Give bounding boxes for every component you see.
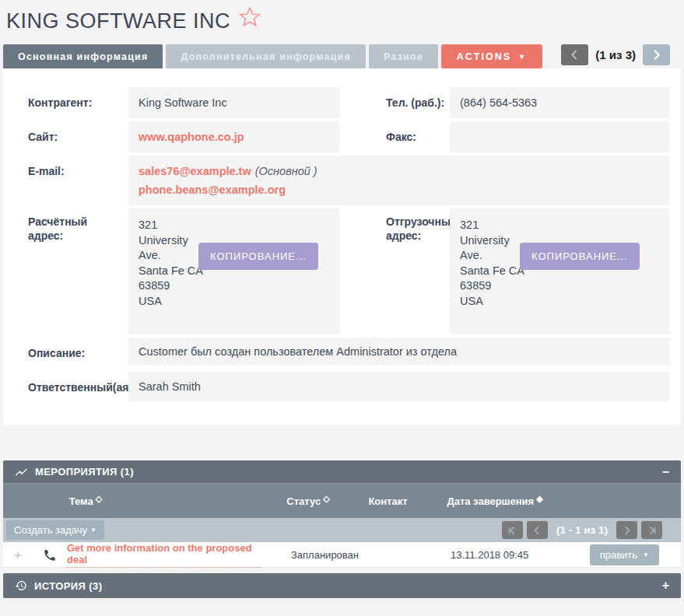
email-value: sales76@example.tw(Основной ) phone.bean… (128, 156, 670, 205)
column-due-date[interactable]: Дата завершения◆ (421, 495, 569, 507)
row-add-icon[interactable]: + (3, 548, 33, 562)
first-page-icon (507, 526, 517, 535)
column-status[interactable]: Статус◇ (261, 495, 355, 507)
sort-active-icon: ◆ (536, 494, 542, 503)
sort-icon: ◇ (96, 494, 102, 503)
detail-panel: Контрагент: King Software Inc Тел. (раб.… (3, 68, 681, 425)
title-row: King Software Inc (3, 0, 681, 44)
last-page-icon (647, 526, 657, 535)
previous-page-button[interactable] (527, 521, 548, 539)
actions-button[interactable]: ACTIONS ▼ (441, 44, 542, 68)
first-page-button[interactable] (502, 521, 523, 539)
history-icon (15, 579, 27, 592)
history-panel: ИСТОРИЯ (3) + (3, 573, 681, 598)
next-page-button[interactable] (616, 521, 637, 539)
expand-history-button[interactable]: + (662, 579, 669, 592)
record-pager-text: (1 из 3) (595, 48, 636, 61)
email-primary-note: (Основной ) (255, 165, 317, 177)
fax-label: Факс: (372, 121, 450, 156)
billing-copy-button[interactable]: КОПИРОВАНИЕ... (198, 243, 318, 270)
sort-icon: ◇ (323, 494, 329, 503)
shipping-address-label: Отгрузочный адрес: (372, 208, 450, 338)
record-pager: (1 из 3) (561, 44, 670, 68)
previous-record-button[interactable] (561, 44, 588, 65)
chevron-right-icon (623, 526, 632, 535)
next-record-button[interactable] (643, 44, 670, 65)
tab-basic-info[interactable]: Основная информация (3, 44, 163, 68)
owner-label: Ответственный(ая): (14, 372, 128, 404)
tab-misc[interactable]: Разное (369, 44, 438, 68)
chevron-right-icon (652, 50, 661, 60)
account-detail-page: King Software Inc Основная информация До… (0, 0, 684, 598)
call-icon (33, 548, 67, 562)
website-label: Сайт: (14, 121, 128, 156)
phone-label: Тел. (раб.): (372, 87, 450, 121)
shipping-address-text: 321 University Ave. Santa Fe CA 63859 US… (460, 218, 524, 309)
column-subject[interactable]: Тема◇ (3, 495, 261, 507)
activity-chart-icon (15, 467, 28, 478)
edit-activity-button[interactable]: править ▼ (590, 544, 659, 565)
activities-pager-text: (1 - 1 из 1) (556, 524, 608, 536)
shipping-address-value: 321 University Ave. Santa Fe CA 63859 US… (450, 208, 670, 334)
page-title: King Software Inc (6, 9, 230, 33)
billing-address-label: Расчётный адрес: (14, 208, 128, 338)
activity-row: + Get more information on the proposed d… (3, 542, 681, 568)
tab-additional-info[interactable]: Дополнительная информация (166, 44, 366, 68)
account-name-value: King Software Inc (128, 87, 340, 118)
description-value: Customer был создан пользователем Admini… (128, 338, 670, 366)
activities-title: МЕРОПРИЯТИЯ (1) (35, 466, 134, 478)
caret-down-icon: ▼ (90, 527, 96, 534)
collapse-activities-button[interactable]: − (662, 466, 669, 478)
activities-pager: (1 - 1 из 1) (502, 521, 662, 539)
favorite-star-icon[interactable] (238, 5, 261, 32)
website-link[interactable]: www.qaphone.co.jp (139, 131, 244, 143)
phone-value: (864) 564-5363 (450, 87, 670, 118)
caret-down-icon: ▼ (643, 551, 649, 558)
edit-button-label: править (600, 549, 637, 561)
activities-panel: МЕРОПРИЯТИЯ (1) − Тема◇ Статус◇ Контакт … (3, 460, 681, 568)
billing-address-text: 321 University Ave. Santa Fe CA 63859 US… (139, 218, 203, 309)
history-header[interactable]: ИСТОРИЯ (3) + (3, 573, 681, 598)
email-secondary-link[interactable]: phone.beans@example.org (139, 184, 286, 196)
fax-value (450, 121, 670, 152)
create-task-label: Создать задачу (14, 524, 87, 536)
history-title: ИСТОРИЯ (3) (34, 580, 102, 592)
billing-address-value: 321 University Ave. Santa Fe CA 63859 US… (128, 208, 340, 334)
activities-toolbar: Создать задачу ▼ (1 - 1 из 1) (3, 518, 681, 542)
chevron-left-icon (532, 526, 542, 535)
tab-bar: Основная информация Дополнительная инфор… (3, 44, 681, 68)
shipping-copy-button[interactable]: КОПИРОВАНИЕ... (520, 243, 640, 270)
activity-subject-link[interactable]: Get more information on the proposed dea… (67, 542, 261, 568)
activity-due-date: 13.11.2018 09:45 (421, 549, 569, 561)
activities-header[interactable]: МЕРОПРИЯТИЯ (1) − (3, 460, 681, 483)
actions-button-label: ACTIONS (457, 51, 511, 62)
activity-status: Запланирован (261, 549, 355, 561)
email-label: E-mail: (14, 156, 128, 208)
email-primary-link[interactable]: sales76@example.tw (139, 165, 251, 177)
create-task-button[interactable]: Создать задачу ▼ (6, 520, 104, 540)
last-page-button[interactable] (641, 521, 662, 539)
account-name-label: Контрагент: (14, 87, 128, 121)
caret-down-icon: ▼ (518, 53, 527, 61)
column-contact: Контакт (355, 495, 421, 507)
chevron-left-icon (570, 50, 579, 60)
owner-value: Sarah Smith (128, 372, 670, 401)
activities-column-headers: Тема◇ Статус◇ Контакт Дата завершения◆ (3, 483, 681, 518)
email-primary-line: sales76@example.tw(Основной ) (139, 165, 317, 177)
description-label: Описание: (14, 338, 128, 372)
